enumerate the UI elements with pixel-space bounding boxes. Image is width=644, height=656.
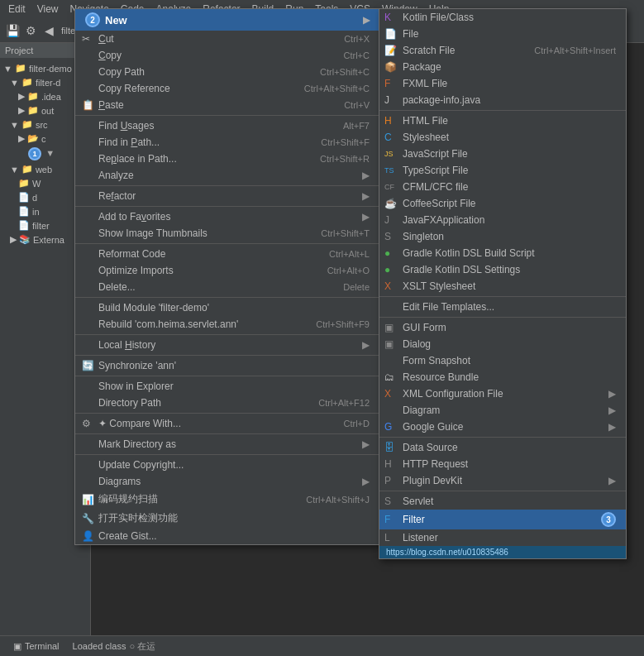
submenu-item-edit-templates[interactable]: Edit File Templates... — [379, 299, 626, 315]
menu-item-coding-rules[interactable]: 📊 编码规约扫描 Ctrl+Alt+Shift+J — [75, 490, 379, 509]
gradle-build-icon: ● — [384, 247, 390, 259]
submenu-item-package[interactable]: 📦 Package — [379, 59, 626, 75]
submenu-item-form-snapshot[interactable]: Form Snapshot — [379, 352, 626, 369]
toolbar-back-btn[interactable]: ◀ — [40, 22, 58, 40]
menu-item-find-usages[interactable]: Find Usages Alt+F7 — [75, 117, 379, 134]
separator-9 — [75, 413, 379, 414]
css-icon: C — [384, 132, 392, 143]
menu-item-rebuild[interactable]: Rebuild 'com.heima.servlet.ann' Ctrl+Shi… — [75, 316, 379, 333]
menu-item-local-history[interactable]: Local History ▶ — [75, 337, 379, 353]
menu-item-cut[interactable]: ✂ Cut Ctrl+X — [75, 31, 379, 47]
submenu-item-dialog[interactable]: ▣ Dialog — [379, 336, 626, 352]
submenu-item-listener[interactable]: L Listener — [379, 529, 626, 546]
menu-item-directory-path[interactable]: Directory Path Ctrl+Alt+F12 — [75, 395, 379, 411]
submenu-sep-3 — [379, 317, 626, 318]
submenu-item-gradle-build[interactable]: ● Gradle Kotlin DSL Build Script — [379, 245, 626, 261]
submenu-item-diagram[interactable]: Diagram ▶ — [379, 402, 626, 419]
submenu-item-xml-config[interactable]: X XML Configuration File ▶ — [379, 385, 626, 402]
menu-item-show-explorer[interactable]: Show in Explorer — [75, 378, 379, 395]
package-icon: 📦 — [384, 61, 397, 73]
submenu-item-xslt[interactable]: X XSLT Stylesheet — [379, 278, 626, 294]
submenu-item-coffee[interactable]: ☕ CoffeeScript File — [379, 195, 626, 212]
xml-config-icon: X — [384, 388, 391, 400]
menu-item-build-module[interactable]: Build Module 'filter-demo' — [75, 299, 379, 316]
submenu-sep-1 — [379, 110, 626, 111]
xslt-icon: X — [384, 280, 391, 292]
menu-item-copy[interactable]: Copy Ctrl+C — [75, 47, 379, 64]
javafx-icon: J — [384, 214, 389, 226]
menu-item-copy-path[interactable]: Copy Path Ctrl+Shift+C — [75, 64, 379, 80]
submenu-item-stylesheet[interactable]: C Stylesheet — [379, 129, 626, 146]
submenu-item-plugin-devkit[interactable]: P Plugin DevKit ▶ — [379, 472, 626, 489]
submenu-item-cfml[interactable]: CF CFML/CFC file — [379, 179, 626, 195]
servlet-icon: S — [384, 496, 391, 507]
submenu-item-kotlin[interactable]: K Kotlin File/Class — [379, 9, 626, 26]
separator-4 — [75, 243, 379, 244]
paste-icon: 📋 — [82, 99, 94, 111]
menu-item-realtime-check[interactable]: 🔧 打开实时检测功能 — [75, 509, 379, 528]
filter-icon: F — [384, 514, 390, 525]
google-guice-icon: G — [384, 421, 392, 433]
menu-item-delete[interactable]: Delete... Delete — [75, 279, 379, 295]
gist-icon: 👤 — [82, 530, 94, 542]
menu-item-compare-with[interactable]: ⚙ ✦ Compare With... Ctrl+D — [75, 415, 379, 432]
num-badge-inline: 1 — [28, 147, 41, 160]
package-info-icon: J — [384, 94, 389, 106]
submenu-sep-5 — [379, 491, 626, 491]
submenu-item-javafx[interactable]: J JavaFXApplication — [379, 212, 626, 228]
separator-7 — [75, 355, 379, 356]
menu-item-update-copyright[interactable]: Update Copyright... — [75, 457, 379, 473]
submenu-item-package-info[interactable]: J package-info.java — [379, 92, 626, 108]
toolbar-settings-btn[interactable]: ⚙ — [21, 22, 40, 40]
submenu-item-resource-bundle[interactable]: 🗂 Resource Bundle — [379, 369, 626, 385]
separator-5 — [75, 297, 379, 298]
bottom-bar: ▣ Terminal Loaded class ○ 在运 — [0, 635, 644, 656]
menu-item-show-thumbnails[interactable]: Show Image Thumbnails Ctrl+Shift+T — [75, 225, 379, 242]
menu-item-diagrams[interactable]: Diagrams ▶ — [75, 473, 379, 490]
context-menu-header: 2 New ▶ — [75, 9, 379, 31]
submenu-item-http-request[interactable]: H HTTP Request — [379, 456, 626, 472]
submenu-item-servlet[interactable]: S Servlet — [379, 493, 626, 510]
context-menu-arrow: ▶ — [363, 15, 370, 26]
submenu-item-gradle-settings[interactable]: ● Gradle Kotlin DSL Settings — [379, 261, 626, 278]
submenu-item-singleton[interactable]: S Singleton — [379, 228, 626, 245]
menu-item-find-in-path[interactable]: Find in Path... Ctrl+Shift+F — [75, 134, 379, 151]
submenu-item-html[interactable]: H HTML File — [379, 113, 626, 129]
menu-item-copy-reference[interactable]: Copy Reference Ctrl+Alt+Shift+C — [75, 80, 379, 97]
submenu-item-google-guice[interactable]: G Google Guice ▶ — [379, 419, 626, 435]
dialog-icon: ▣ — [384, 338, 394, 350]
submenu-item-filter[interactable]: F Filter 3 — [379, 510, 626, 529]
singleton-icon: S — [384, 231, 391, 242]
submenu-item-js[interactable]: JS JavaScript File — [379, 146, 626, 162]
submenu-item-data-source[interactable]: 🗄 Data Source — [379, 439, 626, 456]
status-icon: ○ 在运 — [129, 640, 155, 653]
submenu-item-ts[interactable]: TS TypeScript File — [379, 162, 626, 179]
html-icon: H — [384, 115, 392, 127]
menu-item-paste[interactable]: 📋 Paste Ctrl+V — [75, 97, 379, 113]
menu-view[interactable]: View — [32, 2, 64, 17]
toolbar-save-btn[interactable]: 💾 — [3, 22, 21, 40]
resource-bundle-icon: 🗂 — [384, 371, 394, 383]
menu-item-replace-in-path[interactable]: Replace in Path... Ctrl+Shift+R — [75, 151, 379, 167]
submenu-item-file[interactable]: 📄 File — [379, 26, 626, 42]
menu-edit[interactable]: Edit — [3, 2, 31, 17]
gui-form-icon: ▣ — [384, 322, 394, 333]
submenu-item-fxml[interactable]: F FXML File — [379, 75, 626, 92]
menu-item-create-gist[interactable]: 👤 Create Gist... — [75, 528, 379, 544]
separator-11 — [75, 454, 379, 455]
menu-item-analyze[interactable]: Analyze ▶ — [75, 167, 379, 184]
menu-item-synchronize[interactable]: 🔄 Synchronize 'ann' — [75, 357, 379, 374]
menu-item-reformat[interactable]: Reformat Code Ctrl+Alt+L — [75, 246, 379, 262]
project-panel-title: Project — [5, 45, 33, 55]
menu-item-mark-directory[interactable]: Mark Directory as ▶ — [75, 436, 379, 452]
submenu-item-scratch-file[interactable]: 📝 Scratch File Ctrl+Alt+Shift+Insert — [379, 42, 626, 59]
menu-item-refactor[interactable]: Refactor ▶ — [75, 188, 379, 204]
terminal-tab[interactable]: ▣ Terminal — [7, 639, 66, 654]
terminal-icon: ▣ — [13, 641, 21, 652]
kotlin-icon: K — [384, 12, 391, 23]
menu-item-add-favorites[interactable]: Add to Favorites ▶ — [75, 208, 379, 225]
submenu-item-gui-form[interactable]: ▣ GUI Form — [379, 319, 626, 336]
tree-label-root: filter-demo — [29, 64, 72, 74]
menu-item-optimize-imports[interactable]: Optimize Imports Ctrl+Alt+O — [75, 262, 379, 279]
terminal-label: Terminal — [25, 641, 60, 651]
